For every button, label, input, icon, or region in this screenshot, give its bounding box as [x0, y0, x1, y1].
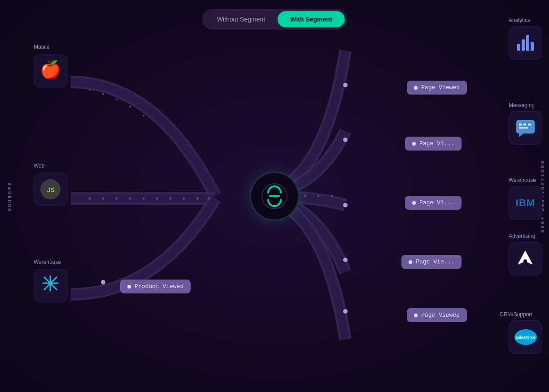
event-page-viewed-3: Page Vi... — [405, 196, 462, 210]
svg-point-19 — [331, 195, 333, 197]
event-product-viewed: Product Viewed — [120, 280, 191, 293]
event-page-viewed-1: Page Viewed — [407, 81, 467, 95]
svg-point-10 — [89, 89, 91, 90]
svg-point-8 — [196, 198, 199, 200]
salesforce-icon: salesforce — [514, 329, 537, 345]
event-page-viewed-4: Page Vie... — [401, 255, 462, 269]
event-dot-4 — [409, 260, 412, 264]
dest-warehouse-icon[interactable]: IBM — [509, 186, 542, 220]
svg-point-26 — [101, 280, 105, 284]
nodejs-icon: JS — [40, 179, 61, 199]
svg-rect-39 — [519, 127, 528, 129]
svg-point-11 — [102, 93, 104, 95]
source-warehouse-label: Warehouse — [34, 259, 61, 265]
appcues-icon — [515, 249, 536, 269]
event-dot-product-viewed — [127, 285, 131, 289]
svg-point-5 — [156, 198, 158, 200]
main-container: Without Segment With Segment SOURCES 300… — [0, 0, 549, 392]
svg-point-12 — [116, 99, 118, 100]
dest-analytics-icon[interactable] — [509, 26, 542, 60]
svg-point-1 — [102, 198, 105, 200]
svg-point-21 — [343, 83, 348, 87]
source-warehouse-icon[interactable] — [34, 269, 67, 302]
dest-analytics-label: Analytics — [509, 17, 530, 23]
apple-icon: 🍎 — [40, 62, 61, 79]
event-page-viewed-5: Page Viewed — [407, 308, 467, 322]
svg-rect-38 — [528, 124, 531, 125]
ibm-icon: IBM — [516, 197, 535, 209]
svg-point-6 — [170, 198, 172, 200]
svg-text:JS: JS — [47, 186, 54, 194]
analytics-bars-icon — [517, 35, 534, 51]
source-web-icon[interactable]: JS — [34, 172, 67, 206]
svg-point-25 — [343, 309, 348, 314]
svg-point-2 — [116, 198, 118, 200]
sources-label: SOURCES — [7, 181, 13, 211]
svg-point-9 — [208, 198, 210, 200]
dest-warehouse-label: Warehouse — [509, 177, 536, 183]
without-segment-button[interactable]: Without Segment — [205, 11, 278, 27]
toggle-bar: Without Segment With Segment — [202, 9, 347, 30]
source-mobile-label: Mobile — [34, 44, 49, 50]
event-page-viewed-4-label: Page Vie... — [416, 258, 454, 265]
svg-point-14 — [143, 115, 144, 116]
dest-advertising-icon[interactable] — [509, 242, 542, 276]
segment-logo — [261, 183, 288, 210]
event-page-viewed-3-label: Page Vi... — [419, 199, 454, 206]
event-dot-1 — [414, 86, 418, 90]
event-page-viewed-2-label: Page Vi... — [419, 140, 454, 147]
event-page-viewed-1-label: Page Viewed — [421, 84, 460, 91]
svg-rect-36 — [519, 124, 522, 125]
event-dot-5 — [414, 314, 418, 317]
svg-marker-40 — [519, 134, 523, 137]
svg-point-41 — [523, 259, 527, 263]
intercom-icon — [515, 119, 536, 137]
event-page-viewed-2: Page Vi... — [405, 137, 462, 151]
with-segment-button[interactable]: With Segment — [278, 11, 344, 27]
svg-point-13 — [129, 106, 131, 108]
svg-point-3 — [129, 198, 131, 200]
event-dot-3 — [412, 201, 416, 205]
svg-point-24 — [343, 258, 348, 262]
svg-rect-37 — [523, 124, 526, 125]
svg-point-22 — [343, 138, 348, 142]
snowflake-icon — [40, 273, 61, 298]
dest-support-label: CRM/Support — [500, 311, 532, 318]
center-hub — [250, 172, 299, 221]
svg-point-17 — [304, 195, 306, 197]
svg-point-18 — [318, 195, 320, 197]
event-dot-2 — [412, 142, 416, 146]
svg-point-0 — [89, 198, 91, 200]
source-mobile-icon[interactable]: 🍎 — [34, 54, 67, 87]
source-web-label: Web — [34, 163, 44, 169]
dest-messaging-icon[interactable] — [509, 111, 542, 145]
dest-support-icon[interactable]: salesforce — [509, 320, 542, 354]
dest-advertising-label: Advertising — [509, 233, 535, 239]
svg-point-23 — [343, 203, 348, 207]
svg-point-33 — [48, 281, 52, 285]
event-product-viewed-label: Product Viewed — [135, 283, 183, 290]
dest-messaging-label: Messaging — [509, 102, 535, 108]
svg-point-7 — [183, 198, 185, 200]
svg-point-4 — [143, 198, 145, 200]
event-page-viewed-5-label: Page Viewed — [421, 312, 460, 319]
